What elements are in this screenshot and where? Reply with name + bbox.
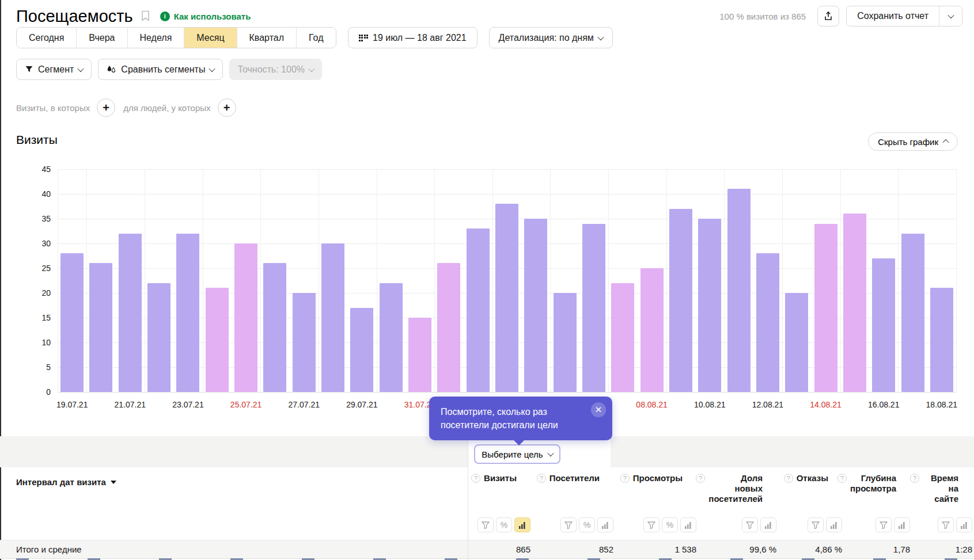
help-icon[interactable]: ? [910,474,919,483]
metric-header-label: Глубинапросмотра [850,473,896,494]
percent-icon-button[interactable]: % [662,517,678,532]
bookmark-icon[interactable] [141,10,150,22]
metric-header-6[interactable]: ?Глубинапросмотра [842,473,910,504]
yandex-metrica-report-page: Посещаемость i Как использовать 100 % ви… [0,0,974,560]
dimension-column-header[interactable]: Интервал дат визита [16,477,116,487]
chevron-down-icon [597,33,604,40]
percent-icon-button[interactable]: % [579,517,595,532]
metric-header-2[interactable]: ?Посетители [530,473,613,504]
chart-bar-03.08.21[interactable] [495,204,518,392]
chart-bar-27.07.21[interactable] [293,293,316,392]
choose-goal-button[interactable]: Выберите цель [474,444,560,464]
chart-bar-31.07.21[interactable] [408,318,431,392]
chart-bar-05.08.21[interactable] [554,293,577,392]
chart-bar-29.07.21[interactable] [350,308,373,392]
period-tab-4[interactable]: Месяц [184,28,237,48]
total-value-3: 1 538 [613,540,696,559]
segment-toolbar: Сегмент Сравнить сегменты Точность: 100% [16,59,322,80]
info-icon: i [160,12,170,21]
chart-bar-11.08.21[interactable] [727,189,751,392]
chart-bar-21.07.21[interactable] [119,234,142,392]
add-visit-condition-button[interactable]: + [97,98,115,117]
chart-bar-13.08.21[interactable] [785,293,808,392]
filter-icon-button[interactable] [808,517,824,532]
chart-bar-25.07.21[interactable] [234,243,257,392]
metric-tools-7 [910,517,972,532]
chart-bar-15.08.21[interactable] [843,214,866,392]
bar-chart-icon-button[interactable] [826,517,842,532]
filter-icon-button[interactable] [477,517,494,532]
save-report-split-button: Сохранить отчет [846,6,962,26]
help-icon[interactable]: ? [471,474,480,483]
funnel-icon [25,66,33,74]
bar-chart-icon-button[interactable] [894,517,910,532]
chart-bar-16.08.21[interactable] [872,258,895,392]
chart-bar-20.07.21[interactable] [89,263,112,392]
chart-bar-28.07.21[interactable] [321,243,344,392]
save-report-dropdown[interactable] [939,6,962,26]
bar-chart-icon-button[interactable] [956,517,972,532]
bar-chart-icon-button[interactable] [760,517,776,532]
filter-icon-button[interactable] [742,517,758,532]
close-icon[interactable]: ✕ [591,402,606,417]
chart-bar-06.08.21[interactable] [582,224,605,392]
export-button[interactable] [817,6,839,26]
chart-bar-22.07.21[interactable] [147,283,170,392]
chart-bar-01.08.21[interactable] [437,263,460,392]
chart-bar-30.07.21[interactable] [380,283,403,392]
compare-segments-button[interactable]: Сравнить сегменты [98,59,223,80]
help-icon[interactable]: ? [837,474,847,483]
gridline-x [86,169,87,392]
chart-bar-19.07.21[interactable] [60,253,84,392]
chart-bar-26.07.21[interactable] [263,263,286,392]
metric-header-4[interactable]: ?Доляновыхпосетителей [696,473,776,504]
period-tab-2[interactable]: Вчера [77,28,127,48]
metric-header-5[interactable]: ?Отказы [776,473,842,504]
metric-header-7[interactable]: ?Времяна сайте [910,473,972,504]
chart-bar-14.08.21[interactable] [814,224,837,392]
chart-bar-23.07.21[interactable] [176,234,199,392]
y-axis-tick: 15 [30,313,51,322]
chart-bar-09.08.21[interactable] [669,209,692,392]
bar-chart-icon-button[interactable] [514,517,530,532]
help-icon[interactable]: ? [620,474,630,483]
chart-bar-08.08.21[interactable] [641,268,664,392]
chart-bar-07.08.21[interactable] [611,283,634,392]
help-icon[interactable]: ? [784,474,793,483]
how-to-use-link[interactable]: i Как использовать [160,12,251,21]
gridline-x [898,169,899,392]
period-tab-3[interactable]: Неделя [128,28,185,48]
filter-icon-button[interactable] [560,517,577,532]
date-range-button[interactable]: 19 июл — 18 авг 2021 [348,27,477,48]
chart-bar-10.08.21[interactable] [698,219,721,392]
metric-header-1[interactable]: ?Визиты [468,473,530,504]
help-icon[interactable]: ? [696,474,705,483]
y-axis-tick: 30 [30,239,51,248]
period-tab-1[interactable]: Сегодня [17,28,77,48]
chart-bar-24.07.21[interactable] [206,288,229,392]
chart-bar-18.08.21[interactable] [930,288,953,392]
chart-bar-12.08.21[interactable] [756,253,779,392]
how-to-use-label: Как использовать [174,12,251,21]
segment-button[interactable]: Сегмент [16,59,92,80]
percent-icon-button[interactable]: % [496,517,512,532]
period-tab-6[interactable]: Год [297,28,335,48]
save-report-button[interactable]: Сохранить отчет [847,6,939,26]
chart-bar-04.08.21[interactable] [524,219,547,392]
total-value-4: 99,6 % [696,540,776,559]
help-icon[interactable]: ? [537,474,546,483]
bar-chart-icon-button[interactable] [680,517,696,532]
chart-bar-02.08.21[interactable] [467,228,490,392]
period-tab-5[interactable]: Квартал [237,28,297,48]
filter-icon-button[interactable] [938,517,954,532]
filter-icon-button[interactable] [643,517,660,532]
hide-chart-button[interactable]: Скрыть график [868,132,958,151]
bar-chart-icon-button[interactable] [597,517,613,532]
accuracy-dropdown[interactable]: Точность: 100% [229,59,322,80]
filter-icon-button[interactable] [876,517,892,532]
detail-dropdown[interactable]: Детализация: по дням [489,27,613,48]
chart-bar-17.08.21[interactable] [901,234,924,392]
add-people-condition-button[interactable]: + [218,98,236,117]
hide-chart-label: Скрыть график [878,137,938,147]
metric-header-3[interactable]: ?Просмотры [613,473,696,504]
